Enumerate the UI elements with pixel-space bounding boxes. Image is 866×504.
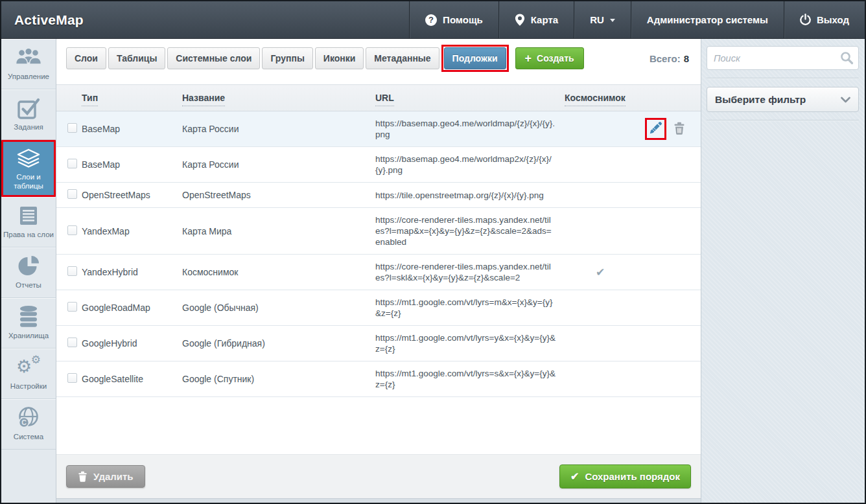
filter-dropdown[interactable]: Выберите фильтр: [707, 87, 859, 112]
tab-basemaps[interactable]: Подложки: [444, 47, 506, 69]
basemaps-table: Тип Название URL Космоснимок BaseMap Кар…: [56, 84, 701, 397]
edit-icon[interactable]: [649, 121, 662, 137]
row-checkbox[interactable]: [67, 189, 77, 199]
sidebar-item-management[interactable]: Управление: [1, 39, 56, 89]
tab-tables[interactable]: Таблицы: [108, 47, 165, 69]
divider: [707, 78, 859, 79]
sidebar-item-label: Права на слои: [3, 231, 54, 240]
table-row[interactable]: BaseMap Карта России https://basemap.geo…: [56, 111, 701, 147]
annotation-box-edit-icon: [645, 118, 666, 140]
cell-name: Google (Гибридная): [182, 326, 375, 361]
globe-icon: C: [17, 406, 40, 430]
row-checkbox[interactable]: [67, 159, 77, 168]
cell-type: YandexHybrid: [82, 255, 182, 290]
cell-name: Карта России: [182, 147, 375, 183]
row-checkbox[interactable]: [67, 225, 77, 235]
app-logo: ActiveMap: [1, 1, 409, 38]
cell-type: GoogleRoadMap: [82, 290, 182, 326]
pie-icon: [17, 255, 40, 278]
logout-label: Выход: [817, 14, 849, 25]
column-header-cosmo[interactable]: Космоснимок: [565, 93, 626, 106]
cell-name: Google (Обычная): [182, 290, 375, 326]
search-icon[interactable]: [840, 51, 854, 67]
cell-name: Google (Спутник): [182, 361, 375, 397]
sidebar-item-label: Слои и таблицы: [5, 173, 53, 191]
row-checkbox[interactable]: [67, 302, 77, 312]
help-menu-item[interactable]: ? Помощь: [409, 1, 498, 38]
tasks-icon: [17, 97, 40, 120]
sidebar-item-reports[interactable]: Отчеты: [1, 247, 56, 298]
power-icon: [800, 14, 811, 26]
create-button[interactable]: + Создать: [515, 47, 584, 69]
sidebar-item-system[interactable]: C Система: [1, 399, 56, 450]
tab-system-layers[interactable]: Системные слои: [167, 47, 260, 69]
column-header-name[interactable]: Название: [182, 93, 225, 106]
search-input[interactable]: [707, 46, 859, 70]
annotation-box-active-tab: Подложки: [441, 45, 509, 72]
main-panel: Слои Таблицы Системные слои Группы Иконк…: [56, 39, 701, 503]
table-row[interactable]: YandexHybrid Космоснимок https://core-re…: [56, 255, 701, 290]
help-icon: ?: [425, 14, 437, 26]
column-header-type[interactable]: Тип: [82, 93, 98, 106]
map-menu-item[interactable]: Карта: [498, 1, 574, 38]
row-checkbox[interactable]: [67, 338, 77, 347]
top-bar: ActiveMap ? Помощь Карта RU Администрато…: [1, 1, 865, 39]
trash-icon: [78, 471, 88, 482]
table-row[interactable]: BaseMap Карта России https://basemap.geo…: [56, 147, 701, 183]
table-footer: Удалить ✔ Сохранить порядок: [56, 454, 701, 498]
cell-type: BaseMap: [82, 111, 182, 147]
cell-url: https://tile.openstreetmap.org/{z}/{x}/{…: [375, 183, 565, 208]
cell-url: https://basemap.geo4.me/worldmap/{z}/{x}…: [375, 111, 565, 147]
checkmark-icon: ✔: [596, 266, 605, 279]
table-row[interactable]: GoogleHybrid Google (Гибридная) https://…: [56, 326, 701, 361]
sidebar-item-label: Задания: [14, 123, 43, 132]
map-label: Карта: [531, 14, 558, 25]
chevron-down-icon: [841, 94, 850, 106]
cell-type: GoogleSatellite: [82, 361, 182, 397]
sidebar-item-tasks[interactable]: Задания: [1, 89, 56, 140]
delete-row-icon[interactable]: [673, 122, 685, 137]
create-button-label: Создать: [537, 53, 574, 63]
cell-url: https://core-renderer-tiles.maps.yandex.…: [375, 208, 565, 255]
table-row[interactable]: GoogleSatellite Google (Спутник) https:/…: [56, 361, 701, 397]
map-pin-icon: [515, 14, 525, 27]
layers-icon: [16, 146, 41, 170]
tab-groups[interactable]: Группы: [262, 47, 312, 69]
cell-url: https://mt1.google.com/vt/lyrs=m&x={x}&y…: [375, 290, 565, 326]
row-checkbox[interactable]: [67, 373, 77, 383]
cell-type: OpenStreetMaps: [82, 183, 182, 208]
cell-name: Карта России: [182, 111, 375, 147]
sidebar-item-layers-tables[interactable]: Слои и таблицы: [1, 140, 56, 197]
logout-menu-item[interactable]: Выход: [784, 1, 865, 38]
cell-name: Космоснимок: [182, 255, 375, 290]
column-header-url[interactable]: URL: [375, 93, 394, 106]
tab-layers[interactable]: Слои: [66, 47, 106, 69]
cell-url: https://basemap.geo4.me/worldmap2x/{z}/{…: [375, 147, 565, 183]
cell-actions: [638, 111, 701, 147]
table-row[interactable]: YandexMap Карта Мира https://core-render…: [56, 208, 701, 255]
sidebar-item-settings[interactable]: ⚙ ⚙ Настройки: [1, 349, 56, 399]
users-icon: [15, 46, 42, 69]
database-icon: [17, 305, 40, 328]
basemaps-table-zone: Тип Название URL Космоснимок BaseMap Кар…: [56, 84, 701, 454]
row-checkbox[interactable]: [67, 123, 77, 133]
filter-dropdown-label: Выберите фильтр: [715, 94, 806, 106]
list-icon: [18, 204, 40, 227]
total-count-value: 8: [684, 53, 689, 64]
row-checkbox[interactable]: [67, 266, 77, 276]
total-count: Всего:8: [650, 53, 689, 64]
help-label: Помощь: [443, 14, 483, 25]
current-user[interactable]: Администратор системы: [631, 1, 784, 38]
language-selector[interactable]: RU: [574, 1, 631, 38]
table-row[interactable]: OpenStreetMaps OpenStreetMaps https://ti…: [56, 183, 701, 208]
cell-cosmo: [565, 111, 638, 147]
sidebar-item-layer-rights[interactable]: Права на слои: [1, 197, 56, 247]
tab-icons[interactable]: Иконки: [315, 47, 364, 69]
tab-metadata[interactable]: Метаданные: [366, 47, 439, 69]
svg-text:C: C: [21, 418, 27, 426]
delete-button[interactable]: Удалить: [66, 465, 145, 488]
gears-icon: ⚙ ⚙: [16, 356, 41, 379]
table-row[interactable]: GoogleRoadMap Google (Обычная) https://m…: [56, 290, 701, 326]
sidebar-item-storages[interactable]: Хранилища: [1, 298, 56, 349]
save-order-button[interactable]: ✔ Сохранить порядок: [559, 464, 691, 488]
